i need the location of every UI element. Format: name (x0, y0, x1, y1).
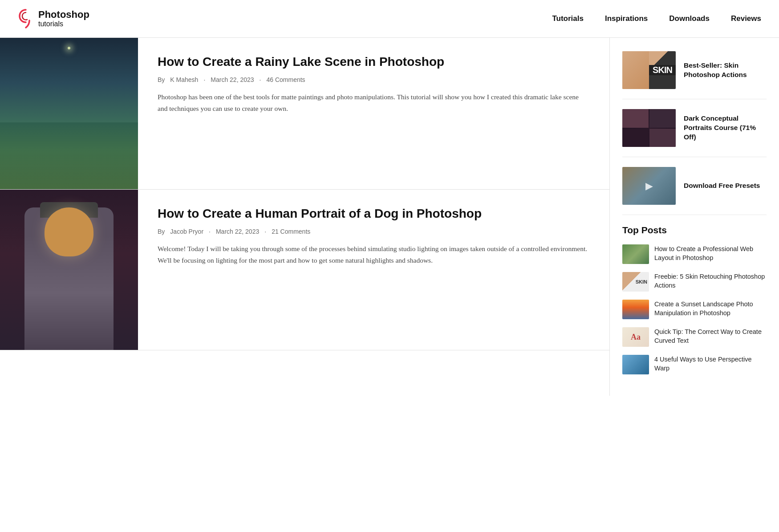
article-dog-author-label: By (158, 228, 165, 235)
promo-skin-thumb: SKIN (622, 51, 676, 89)
promo-presets-image (622, 167, 676, 205)
site-header: Photoshop tutorials Tutorials Inspiratio… (0, 0, 779, 38)
tp-1-thumb (622, 244, 649, 264)
nav-tutorials[interactable]: Tutorials (552, 14, 584, 23)
top-post-3[interactable]: Create a Sunset Landscape Photo Manipula… (622, 300, 767, 319)
tp-5-thumb (622, 355, 649, 374)
tp-4-icon: Aa (631, 333, 641, 342)
tp-5-title: 4 Useful Ways to Use Perspective Warp (654, 355, 767, 373)
top-post-2[interactable]: SKIN Freebie: 5 Skin Retouching Photosho… (622, 272, 767, 292)
tp-4-image: Aa (622, 327, 649, 347)
promo-skin-image: SKIN (622, 51, 676, 89)
logo-text-top: Photoshop (38, 9, 89, 20)
article-lake-content: How to Create a Rainy Lake Scene in Phot… (138, 38, 609, 189)
promo-presets-title: Download Free Presets (684, 181, 760, 191)
tp-2-image: SKIN (622, 272, 649, 292)
promo-dark-thumb (622, 109, 676, 147)
tp-3-thumb (622, 300, 649, 319)
logo[interactable]: Photoshop tutorials (18, 8, 89, 29)
article-lake-author: K Mahesh (170, 76, 198, 83)
article-dog-content: How to Create a Human Portrait of a Dog … (138, 190, 609, 350)
top-posts-section: Top Posts How to Create a Professional W… (622, 225, 767, 374)
promo-presets[interactable]: Download Free Presets (622, 167, 767, 215)
promo-presets-thumb (622, 167, 676, 205)
article-dog-comments[interactable]: 21 Comments (272, 228, 310, 235)
dot-sep-2: · (260, 76, 261, 83)
promo-skin-title: Best-Seller: Skin Photoshop Actions (684, 61, 767, 80)
article-dog: How to Create a Human Portrait of a Dog … (0, 190, 609, 350)
promo-skin[interactable]: SKIN Best-Seller: Skin Photoshop Actions (622, 51, 767, 99)
articles-list: How to Create a Rainy Lake Scene in Phot… (0, 38, 610, 396)
dog-image (0, 190, 138, 350)
article-lake-meta: By K Mahesh · March 22, 2023 · 46 Commen… (158, 76, 590, 83)
page-body: How to Create a Rainy Lake Scene in Phot… (0, 38, 779, 396)
tp-3-image (622, 300, 649, 319)
tp-5-image (622, 355, 649, 374)
article-lake-comments[interactable]: 46 Comments (266, 76, 305, 83)
article-lake-title[interactable]: How to Create a Rainy Lake Scene in Phot… (158, 54, 590, 70)
top-post-5[interactable]: 4 Useful Ways to Use Perspective Warp (622, 355, 767, 374)
article-dog-date: March 22, 2023 (216, 228, 259, 235)
main-nav: Tutorials Inspirations Downloads Reviews (552, 14, 761, 23)
promo-dark[interactable]: Dark Conceptual Portraits Course (71% Of… (622, 109, 767, 157)
article-lake-excerpt: Photoshop has been one of the best tools… (158, 91, 590, 114)
tp-3-title: Create a Sunset Landscape Photo Manipula… (654, 300, 767, 318)
article-lake-date: March 22, 2023 (211, 76, 254, 83)
dog-head (45, 207, 93, 256)
tp-4-title: Quick Tip: The Correct Way to Create Cur… (654, 327, 767, 345)
article-dog-excerpt: Welcome! Today I will be taking you thro… (158, 243, 590, 266)
tp-1-image (622, 244, 649, 264)
tp-2-thumb: SKIN (622, 272, 649, 292)
tp-1-title: How to Create a Professional Web Layout … (654, 244, 767, 263)
article-dog-author: Jacob Pryor (170, 228, 203, 235)
top-posts-heading: Top Posts (622, 225, 767, 236)
sidebar: SKIN Best-Seller: Skin Photoshop Actions… (610, 38, 779, 396)
dot-sep-4: · (264, 228, 266, 235)
tp-4-thumb: Aa (622, 327, 649, 347)
article-lake: How to Create a Rainy Lake Scene in Phot… (0, 38, 609, 190)
top-post-4[interactable]: Aa Quick Tip: The Correct Way to Create … (622, 327, 767, 347)
lake-image (0, 38, 138, 189)
article-dog-meta: By Jacob Pryor · March 22, 2023 · 21 Com… (158, 228, 590, 235)
promo-dark-title: Dark Conceptual Portraits Course (71% Of… (684, 114, 767, 142)
article-lake-thumb[interactable] (0, 38, 138, 189)
logo-text-bot: tutorials (38, 20, 89, 28)
nav-inspirations[interactable]: Inspirations (605, 14, 648, 23)
article-dog-thumb[interactable] (0, 190, 138, 350)
dot-sep-3: · (209, 228, 211, 235)
logo-icon (18, 8, 34, 29)
nav-downloads[interactable]: Downloads (669, 14, 710, 23)
top-post-1[interactable]: How to Create a Professional Web Layout … (622, 244, 767, 264)
article-lake-author-label: By (158, 76, 165, 83)
promo-dark-image (622, 109, 676, 147)
nav-reviews[interactable]: Reviews (731, 14, 761, 23)
dot-sep-1: · (203, 76, 205, 83)
article-dog-title[interactable]: How to Create a Human Portrait of a Dog … (158, 206, 590, 222)
tp-2-title: Freebie: 5 Skin Retouching Photoshop Act… (654, 272, 767, 290)
